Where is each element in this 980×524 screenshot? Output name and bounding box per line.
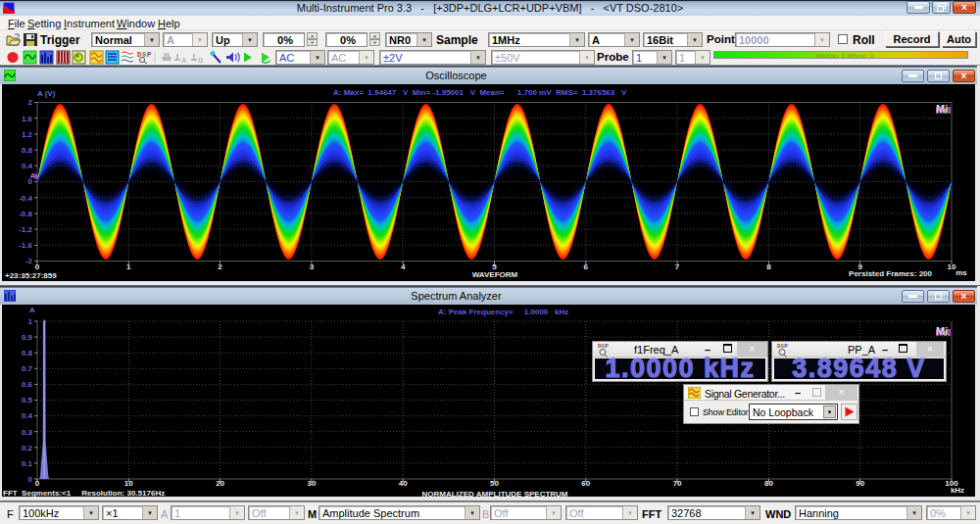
svg-text:FFT Segments:<1 Resolutio: FFT Segments:<1 Resolution: 30.5176Hz xyxy=(3,489,165,497)
svg-text:P: P xyxy=(147,51,151,59)
svg-text:A: A xyxy=(181,56,187,65)
svg-text:0.4: 0.4 xyxy=(22,162,33,170)
svg-text:0.6: 0.6 xyxy=(22,380,33,389)
svg-text:0.2: 0.2 xyxy=(22,444,33,453)
svg-text:A: A xyxy=(29,306,35,314)
svg-text:A: Peak Frequency= 1.0000: A: Peak Frequency= 1.0000 kHz xyxy=(438,308,568,316)
svg-text:0.5: 0.5 xyxy=(22,396,33,405)
svg-text:0.8: 0.8 xyxy=(22,146,33,155)
svg-text:50: 50 xyxy=(490,479,499,488)
svg-text:0: 0 xyxy=(28,475,33,484)
svg-text:1.6: 1.6 xyxy=(22,115,33,123)
svg-text:WAVEFORM: WAVEFORM xyxy=(472,270,518,279)
svg-text:0.3: 0.3 xyxy=(22,428,33,437)
svg-text:90: 90 xyxy=(856,479,864,488)
svg-text:1: 1 xyxy=(28,317,33,326)
svg-text:-0.8: -0.8 xyxy=(19,210,32,218)
svg-text:2: 2 xyxy=(28,98,33,107)
svg-text:2: 2 xyxy=(218,262,222,271)
svg-text:3: 3 xyxy=(310,262,315,271)
svg-text:1: 1 xyxy=(126,262,131,271)
svg-text:20: 20 xyxy=(216,479,224,488)
svg-text:8: 8 xyxy=(766,262,771,271)
svg-text:NORMALIZED AMPLITUDE SPECTRUM: NORMALIZED AMPLITUDE SPECTRUM xyxy=(421,490,567,497)
svg-text:A: Max= 1.94647 V Min= -1.: A: Max= 1.94647 V Min= -1.95001 V Mean= … xyxy=(333,88,627,97)
svg-text:7: 7 xyxy=(675,262,680,271)
svg-text:6: 6 xyxy=(584,262,589,271)
svg-text:0: 0 xyxy=(35,479,40,488)
svg-text:0.9: 0.9 xyxy=(22,333,33,342)
svg-text:0: 0 xyxy=(35,262,40,271)
svg-text:30: 30 xyxy=(307,479,316,488)
svg-text:Persisted Frames: 200: Persisted Frames: 200 xyxy=(849,269,932,278)
svg-text:40: 40 xyxy=(399,479,408,488)
svg-text:B: B xyxy=(198,56,203,65)
svg-text:+23:35:27:859: +23:35:27:859 xyxy=(5,271,57,280)
svg-text:80: 80 xyxy=(764,479,773,488)
svg-text:-1.2: -1.2 xyxy=(19,225,32,234)
svg-text:ms: ms xyxy=(956,268,967,277)
svg-text:1.2: 1.2 xyxy=(22,130,33,139)
svg-text:A (V): A (V) xyxy=(37,89,56,98)
svg-text:-2: -2 xyxy=(25,257,33,265)
svg-text:0.4: 0.4 xyxy=(22,411,33,420)
svg-text:-0.4: -0.4 xyxy=(19,194,32,203)
svg-text:0.8: 0.8 xyxy=(22,349,33,357)
svg-text:Mi: Mi xyxy=(936,103,948,115)
svg-text:10: 10 xyxy=(124,479,133,488)
svg-text:70: 70 xyxy=(673,479,682,488)
svg-text:4: 4 xyxy=(401,262,406,271)
svg-text:0.7: 0.7 xyxy=(22,364,33,373)
svg-text:0.1: 0.1 xyxy=(22,459,33,468)
svg-text:-1.6: -1.6 xyxy=(19,241,32,250)
svg-text:kHz: kHz xyxy=(951,486,964,495)
svg-text:Mi: Mi xyxy=(936,325,948,337)
svg-text:60: 60 xyxy=(581,479,590,488)
